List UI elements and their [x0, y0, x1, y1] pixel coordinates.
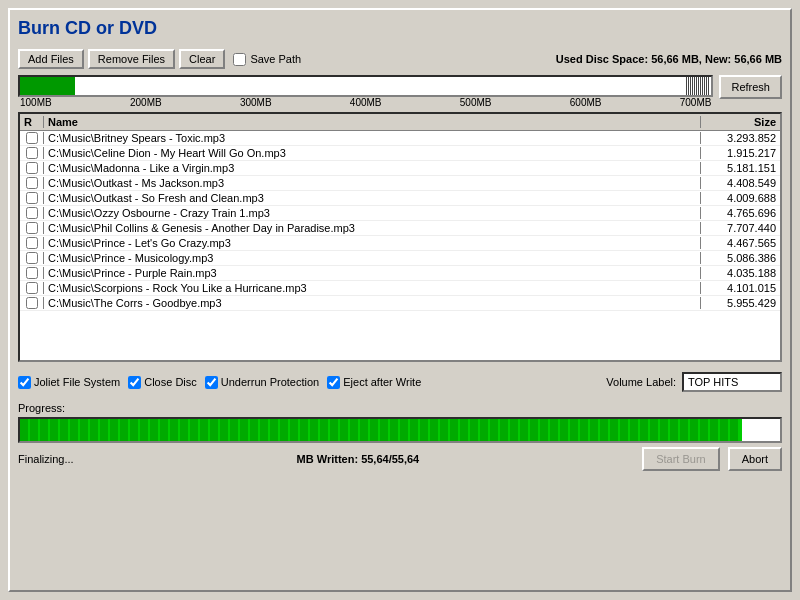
row-checkbox[interactable] [26, 147, 38, 159]
disc-info-text: Used Disc Space: 56,66 MB, New: 56,66 MB [556, 53, 782, 65]
remove-files-button[interactable]: Remove Files [88, 49, 175, 69]
row-checkbox[interactable] [26, 297, 38, 309]
window-title: Burn CD or DVD [18, 18, 782, 39]
underrun-option: Underrun Protection [205, 376, 319, 389]
row-filesize: 4.035.188 [700, 267, 780, 279]
file-list-header: R Name Size [20, 114, 780, 131]
table-row: C:\Music\Phil Collins & Genesis - Anothe… [20, 221, 780, 236]
row-filename: C:\Music\Ozzy Osbourne - Crazy Train 1.m… [44, 207, 700, 219]
row-filesize: 7.707.440 [700, 222, 780, 234]
table-row: C:\Music\Prince - Purple Rain.mp3 4.035.… [20, 266, 780, 281]
start-burn-button[interactable]: Start Burn [642, 447, 720, 471]
refresh-button[interactable]: Refresh [719, 75, 782, 99]
volume-label-text: Volume Label: [606, 376, 676, 388]
row-checkbox-cell [20, 192, 44, 204]
table-row: C:\Music\Scorpions - Rock You Like a Hur… [20, 281, 780, 296]
row-checkbox-cell [20, 132, 44, 144]
row-checkbox-cell [20, 222, 44, 234]
row-checkbox[interactable] [26, 192, 38, 204]
close-disc-label: Close Disc [144, 376, 197, 388]
table-row: C:\Music\Outkast - So Fresh and Clean.mp… [20, 191, 780, 206]
status-text: Finalizing... [18, 453, 74, 465]
header-size: Size [700, 116, 780, 128]
progress-bar [18, 417, 782, 443]
abort-button[interactable]: Abort [728, 447, 782, 471]
save-path-label: Save Path [250, 53, 301, 65]
toolbar: Add Files Remove Files Clear Save Path U… [18, 49, 782, 69]
progress-section: Progress: [18, 402, 782, 443]
row-checkbox-cell [20, 162, 44, 174]
row-checkbox[interactable] [26, 132, 38, 144]
underrun-checkbox[interactable] [205, 376, 218, 389]
joliet-option: Joliet File System [18, 376, 120, 389]
row-checkbox-cell [20, 252, 44, 264]
marker-400mb: 400MB [350, 97, 382, 108]
row-checkbox[interactable] [26, 267, 38, 279]
eject-option: Eject after Write [327, 376, 421, 389]
disc-progress-bar [18, 75, 713, 97]
row-checkbox-cell [20, 177, 44, 189]
row-filename: C:\Music\Prince - Musicology.mp3 [44, 252, 700, 264]
row-filename: C:\Music\Prince - Let's Go Crazy.mp3 [44, 237, 700, 249]
row-checkbox[interactable] [26, 162, 38, 174]
row-checkbox-cell [20, 282, 44, 294]
volume-label-area: Volume Label: [606, 372, 782, 392]
row-filename: C:\Music\Phil Collins & Genesis - Anothe… [44, 222, 700, 234]
mb-written-text: MB Written: 55,64/55,64 [297, 453, 420, 465]
row-checkbox[interactable] [26, 207, 38, 219]
row-checkbox[interactable] [26, 222, 38, 234]
header-r: R [20, 116, 44, 128]
row-filename: C:\Music\The Corrs - Goodbye.mp3 [44, 297, 700, 309]
save-path-checkbox[interactable] [233, 53, 246, 66]
row-filesize: 5.181.151 [700, 162, 780, 174]
table-row: C:\Music\The Corrs - Goodbye.mp3 5.955.4… [20, 296, 780, 311]
table-row: C:\Music\Prince - Musicology.mp3 5.086.3… [20, 251, 780, 266]
table-row: C:\Music\Outkast - Ms Jackson.mp3 4.408.… [20, 176, 780, 191]
progress-fill [20, 419, 742, 441]
progress-label: Progress: [18, 402, 782, 414]
disc-markers: 100MB 200MB 300MB 400MB 500MB 600MB 700M… [18, 97, 713, 108]
row-filename: C:\Music\Madonna - Like a Virgin.mp3 [44, 162, 700, 174]
table-row: C:\Music\Celine Dion - My Heart Will Go … [20, 146, 780, 161]
save-path-option: Save Path [233, 53, 301, 66]
row-checkbox[interactable] [26, 237, 38, 249]
underrun-label: Underrun Protection [221, 376, 319, 388]
row-checkbox-cell [20, 147, 44, 159]
row-filesize: 4.765.696 [700, 207, 780, 219]
marker-300mb: 300MB [240, 97, 272, 108]
row-checkbox[interactable] [26, 282, 38, 294]
row-checkbox-cell [20, 267, 44, 279]
row-checkbox[interactable] [26, 177, 38, 189]
row-filesize: 5.086.386 [700, 252, 780, 264]
table-row: C:\Music\Prince - Let's Go Crazy.mp3 4.4… [20, 236, 780, 251]
row-checkbox-cell [20, 237, 44, 249]
add-files-button[interactable]: Add Files [18, 49, 84, 69]
clear-button[interactable]: Clear [179, 49, 225, 69]
close-disc-option: Close Disc [128, 376, 197, 389]
table-row: C:\Music\Britney Spears - Toxic.mp3 3.29… [20, 131, 780, 146]
row-checkbox[interactable] [26, 252, 38, 264]
row-checkbox-cell [20, 207, 44, 219]
file-list: R Name Size C:\Music\Britney Spears - To… [18, 112, 782, 362]
marker-500mb: 500MB [460, 97, 492, 108]
marker-200mb: 200MB [130, 97, 162, 108]
eject-checkbox[interactable] [327, 376, 340, 389]
row-filesize: 1.915.217 [700, 147, 780, 159]
disc-progress-fill [20, 77, 75, 95]
row-filename: C:\Music\Scorpions - Rock You Like a Hur… [44, 282, 700, 294]
bottom-bar: Finalizing... MB Written: 55,64/55,64 St… [18, 447, 782, 471]
joliet-checkbox[interactable] [18, 376, 31, 389]
close-disc-checkbox[interactable] [128, 376, 141, 389]
disc-bar-area: 100MB 200MB 300MB 400MB 500MB 600MB 700M… [18, 75, 782, 112]
row-filename: C:\Music\Outkast - Ms Jackson.mp3 [44, 177, 700, 189]
row-filename: C:\Music\Outkast - So Fresh and Clean.mp… [44, 192, 700, 204]
file-list-body[interactable]: C:\Music\Britney Spears - Toxic.mp3 3.29… [20, 131, 780, 360]
row-filename: C:\Music\Britney Spears - Toxic.mp3 [44, 132, 700, 144]
header-name: Name [44, 116, 700, 128]
marker-100mb: 100MB [20, 97, 52, 108]
marker-600mb: 600MB [570, 97, 602, 108]
volume-label-input[interactable] [682, 372, 782, 392]
eject-label: Eject after Write [343, 376, 421, 388]
row-filesize: 5.955.429 [700, 297, 780, 309]
table-row: C:\Music\Ozzy Osbourne - Crazy Train 1.m… [20, 206, 780, 221]
